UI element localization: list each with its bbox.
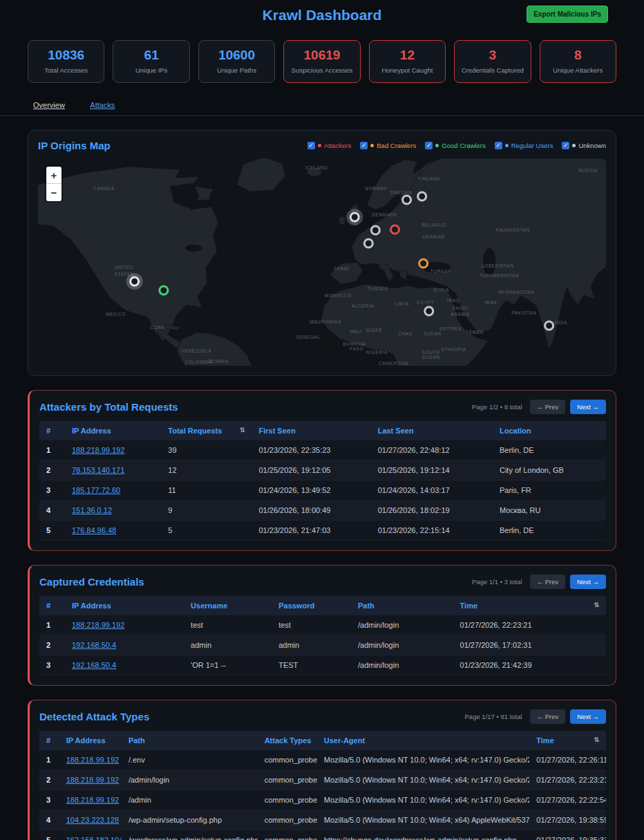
cell-attack-types: common_probes bbox=[258, 830, 317, 840]
map-marker-unknown[interactable] bbox=[425, 307, 433, 315]
cell-num: 1 bbox=[39, 440, 65, 460]
cell-first-seen: 01/25/2026, 19:12:05 bbox=[252, 460, 370, 480]
legend-checkbox[interactable]: ✓ bbox=[360, 142, 368, 149]
map-marker-unknown[interactable] bbox=[545, 321, 553, 330]
legend-item-regular-users[interactable]: ✓Regular Users bbox=[495, 142, 553, 149]
legend-dot bbox=[370, 144, 374, 147]
map-marker-unknown[interactable] bbox=[418, 192, 426, 200]
cell-num: 2 bbox=[39, 635, 65, 655]
col-header-num[interactable]: # bbox=[39, 421, 65, 440]
table-row: 3185.177.72.601101/24/2026, 13:49:5201/2… bbox=[39, 480, 606, 501]
world-map-svg[interactable]: ICELANDCANADARUSSIANORWAYSWEDENFINLANDDE… bbox=[38, 158, 606, 366]
next-page-button[interactable]: Next → bbox=[570, 709, 606, 724]
ip-address-link[interactable]: 188.218.99.192 bbox=[66, 776, 119, 784]
country-label: NIGER bbox=[366, 328, 383, 333]
sort-icon[interactable]: ⇅ bbox=[594, 736, 599, 743]
cell-path: /.env bbox=[122, 750, 258, 770]
col-header-ip-address[interactable]: IP Address bbox=[65, 421, 161, 440]
prev-page-button[interactable]: ← Prev bbox=[530, 575, 566, 589]
legend-item-good-crawlers[interactable]: ✓Good Crawlers bbox=[425, 142, 485, 149]
col-header-first-seen[interactable]: First Seen bbox=[252, 421, 370, 440]
ip-address-link[interactable]: 188.218.99.192 bbox=[72, 621, 124, 629]
country-label: EGYPT bbox=[417, 300, 434, 305]
map-marker-bad-crawler[interactable] bbox=[419, 259, 428, 268]
map-marker-good-crawler[interactable] bbox=[160, 286, 168, 295]
col-header-password[interactable]: Password bbox=[272, 596, 351, 615]
ip-address-link[interactable]: 185.177.72.60 bbox=[72, 486, 120, 494]
cell-total-requests: 12 bbox=[161, 460, 252, 480]
attack-types-pager: Page 1/17 • 81 total ← Prev Next → bbox=[465, 709, 606, 724]
country-label: RUSSIA bbox=[578, 168, 598, 173]
cell-ip: 188.218.99.192 bbox=[65, 440, 161, 460]
col-header-total-requests[interactable]: Total Requests⇅ bbox=[161, 421, 252, 440]
world-map[interactable]: ICELANDCANADARUSSIANORWAYSWEDENFINLANDDE… bbox=[38, 158, 606, 366]
sort-icon[interactable]: ⇅ bbox=[240, 427, 245, 433]
ip-address-link[interactable]: 192.168.50.4 bbox=[72, 641, 116, 649]
cell-first-seen: 01/23/2026, 22:35:23 bbox=[252, 440, 370, 460]
col-header-num[interactable]: # bbox=[39, 731, 59, 750]
col-header-time[interactable]: Time⇅ bbox=[529, 731, 606, 750]
country-label: BURKINA bbox=[343, 342, 366, 346]
col-header-attack-types[interactable]: Attack Types bbox=[258, 731, 317, 750]
legend-checkbox[interactable]: ✓ bbox=[425, 142, 433, 149]
sort-icon[interactable]: ⇅ bbox=[594, 601, 599, 608]
legend-checkbox[interactable]: ✓ bbox=[562, 142, 569, 149]
ip-address-link[interactable]: 188.218.99.192 bbox=[72, 446, 124, 454]
col-header-location[interactable]: Location bbox=[493, 421, 606, 440]
legend-label: Unknown bbox=[578, 142, 606, 149]
col-header-label: Last Seen bbox=[378, 427, 414, 435]
cell-time: 01/27/2026, 22:22:54 bbox=[529, 790, 606, 810]
ip-address-link[interactable]: 176.84.96.48 bbox=[72, 526, 116, 534]
country-label: TURKEY bbox=[430, 269, 451, 274]
col-header-path[interactable]: Path bbox=[351, 596, 453, 615]
ip-address-link[interactable]: 162.158.182.104 bbox=[66, 836, 122, 840]
cell-attack-types: common_probes bbox=[258, 770, 317, 790]
ip-address-link[interactable]: 192.168.50.4 bbox=[72, 661, 116, 669]
stat-label: Total Accesses bbox=[32, 66, 100, 74]
col-header-num[interactable]: # bbox=[39, 596, 65, 615]
ip-address-link[interactable]: 78.153.140.171 bbox=[72, 466, 124, 474]
tab-overview[interactable]: Overview bbox=[33, 101, 65, 109]
credentials-table: #IP AddressUsernamePasswordPathTime⇅1188… bbox=[39, 596, 606, 675]
col-header-user-agent[interactable]: User-Agent bbox=[317, 731, 530, 750]
ip-address-link[interactable]: 188.218.99.192 bbox=[66, 796, 119, 804]
col-header-time[interactable]: Time⇅ bbox=[453, 596, 606, 615]
export-malicious-ips-button[interactable]: Export Malicious IPs bbox=[527, 6, 608, 23]
map-panel-title: IP Origins Map bbox=[38, 140, 111, 151]
prev-page-button[interactable]: ← Prev bbox=[530, 709, 566, 724]
attack-types-table: #IP AddressPathAttack TypesUser-AgentTim… bbox=[39, 731, 606, 840]
next-page-button[interactable]: Next → bbox=[570, 575, 606, 589]
legend-item-unknown[interactable]: ✓Unknown bbox=[562, 142, 606, 149]
col-header-label: Attack Types bbox=[265, 736, 312, 745]
col-header-ip-address[interactable]: IP Address bbox=[59, 731, 122, 750]
col-header-ip-address[interactable]: IP Address bbox=[65, 596, 184, 615]
map-marker-unknown[interactable] bbox=[371, 226, 379, 234]
map-marker-attacker[interactable] bbox=[390, 225, 399, 234]
country-label: INDIA bbox=[553, 320, 567, 325]
legend-dot bbox=[505, 144, 509, 147]
tab-attacks[interactable]: Attacks bbox=[90, 101, 115, 109]
map-marker-unknown[interactable] bbox=[403, 196, 411, 204]
map-zoom-in-button[interactable]: + bbox=[46, 167, 61, 184]
legend-item-attackers[interactable]: ✓Attackers bbox=[307, 142, 352, 149]
table-row: 5162.158.182.104/wordpress/wp-admin/setu… bbox=[39, 830, 606, 840]
col-header-path[interactable]: Path bbox=[122, 731, 258, 750]
next-page-button[interactable]: Next → bbox=[570, 400, 606, 414]
map-zoom-out-button[interactable]: − bbox=[46, 184, 61, 201]
ip-address-link[interactable]: 188.218.99.192 bbox=[66, 756, 119, 764]
prev-page-button[interactable]: ← Prev bbox=[530, 400, 566, 414]
cell-first-seen: 01/24/2026, 13:49:52 bbox=[252, 480, 370, 501]
ip-address-link[interactable]: 151.36.0.12 bbox=[72, 506, 112, 514]
map-marker-unknown[interactable] bbox=[364, 239, 372, 248]
legend-checkbox[interactable]: ✓ bbox=[495, 142, 502, 149]
legend-item-bad-crawlers[interactable]: ✓Bad Crawlers bbox=[360, 142, 416, 149]
cell-last-seen: 01/26/2026, 18:02:19 bbox=[371, 501, 493, 521]
ip-address-link[interactable]: 104.23.223.128 bbox=[66, 816, 119, 824]
map-marker-unknown[interactable] bbox=[131, 277, 139, 286]
col-header-username[interactable]: Username bbox=[184, 596, 272, 615]
col-header-last-seen[interactable]: Last Seen bbox=[371, 421, 493, 440]
legend-checkbox[interactable]: ✓ bbox=[307, 142, 315, 149]
table-row: 3188.218.99.192/admincommon_probesMozill… bbox=[39, 790, 606, 810]
map-legend: ✓Attackers✓Bad Crawlers✓Good Crawlers✓Re… bbox=[307, 142, 606, 149]
map-marker-unknown[interactable] bbox=[350, 213, 359, 221]
